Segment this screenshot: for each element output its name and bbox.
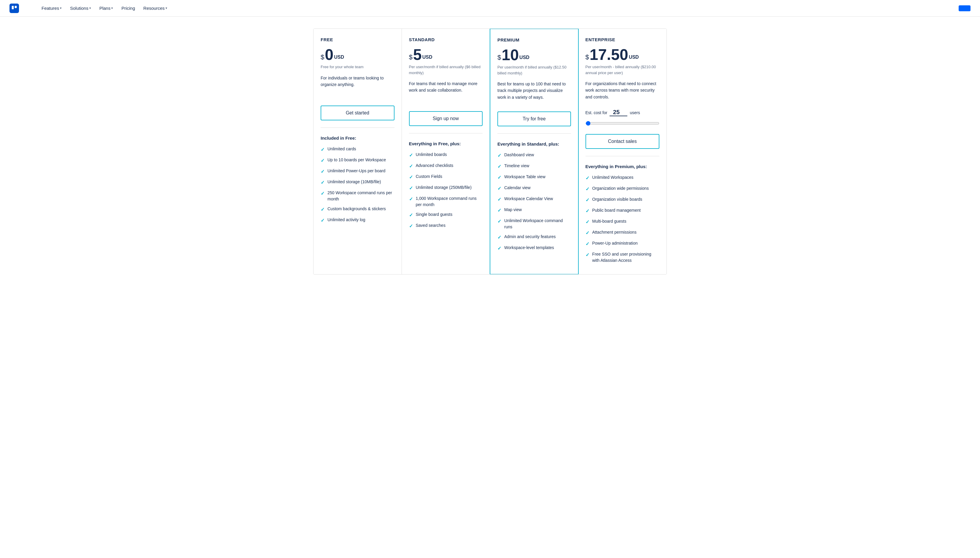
plan-desc-free: For individuals or teams looking to orga… xyxy=(321,75,394,98)
get-trello-button[interactable] xyxy=(959,5,970,11)
feature-text: Unlimited storage (250MB/file) xyxy=(416,184,472,190)
nav-left: Features▾Solutions▾Plans▾PricingResource… xyxy=(10,0,181,16)
feature-item: ✓Workspace Calendar View xyxy=(497,196,571,203)
plan-cta-button-premium[interactable]: Try for free xyxy=(497,112,571,126)
nav-link-plans[interactable]: Plans▾ xyxy=(96,3,117,13)
plan-name-standard: STANDARD xyxy=(409,37,483,42)
check-icon: ✓ xyxy=(586,218,589,226)
nav-link-solutions[interactable]: Solutions▾ xyxy=(66,3,95,13)
check-icon: ✓ xyxy=(321,206,325,213)
feature-text: Dashboard view xyxy=(504,152,534,158)
check-icon: ✓ xyxy=(497,163,501,170)
check-icon: ✓ xyxy=(586,185,589,193)
chevron-down-icon: ▾ xyxy=(111,6,113,10)
logo-icon xyxy=(10,3,19,13)
feature-text: Free SSO and user provisioning with Atla… xyxy=(592,251,660,264)
plan-col-standard: STANDARD$5USDPer user/month if billed an… xyxy=(402,29,490,274)
nav-link-pricing[interactable]: Pricing xyxy=(118,3,138,13)
navbar: Features▾Solutions▾Plans▾PricingResource… xyxy=(0,0,980,16)
plan-billing-enterprise: Per user/month - billed annually ($210.0… xyxy=(586,64,660,75)
check-icon: ✓ xyxy=(321,190,325,197)
feature-item: ✓Dashboard view xyxy=(497,152,571,159)
check-icon: ✓ xyxy=(586,240,589,248)
feature-item: ✓Attachment permissions xyxy=(586,229,660,236)
enterprise-calc-label: Est. cost forusers xyxy=(586,109,660,116)
feature-text: 1,000 Workspace command runs per month xyxy=(416,195,483,208)
price-dollar-free: $ xyxy=(321,52,324,62)
login-link[interactable] xyxy=(947,6,954,11)
plan-col-premium: PREMIUM$10USDPer user/month if billed an… xyxy=(490,28,579,274)
plan-header-premium: PREMIUM$10USDPer user/month if billed an… xyxy=(490,29,578,112)
plan-header-free: FREE$0USDFree for your whole teamFor ind… xyxy=(314,29,402,105)
plan-col-enterprise: ENTERPRISE$17.50USDPer user/month - bill… xyxy=(578,29,667,274)
plan-cta-button-standard[interactable]: Sign up now xyxy=(409,111,483,126)
price-usd-free: USD xyxy=(334,52,344,62)
nav-link-resources[interactable]: Resources▾ xyxy=(140,3,171,13)
check-icon: ✓ xyxy=(497,245,501,252)
feature-text: Unlimited Workspaces xyxy=(592,174,634,181)
feature-item: ✓Timeline view xyxy=(497,163,571,170)
feature-text: Calendar view xyxy=(504,185,531,191)
price-usd-standard: USD xyxy=(422,52,432,62)
plan-billing-free: Free for your whole team xyxy=(321,64,394,70)
chevron-down-icon: ▾ xyxy=(60,6,62,10)
feature-item: ✓Calendar view xyxy=(497,185,571,192)
feature-item: ✓Unlimited activity log xyxy=(321,217,394,224)
feature-item: ✓Custom backgrounds & stickers xyxy=(321,206,394,213)
check-icon: ✓ xyxy=(409,212,413,219)
enterprise-users-slider[interactable] xyxy=(586,121,660,126)
check-icon: ✓ xyxy=(497,185,501,192)
check-icon: ✓ xyxy=(409,174,413,181)
logo[interactable] xyxy=(10,3,21,13)
chevron-down-icon: ▾ xyxy=(166,6,167,10)
check-icon: ✓ xyxy=(409,163,413,170)
check-icon: ✓ xyxy=(321,217,325,224)
trello-logo-svg xyxy=(11,5,17,11)
plan-header-standard: STANDARD$5USDPer user/month if billed an… xyxy=(402,29,490,111)
feature-item: ✓Public board management xyxy=(586,207,660,215)
pricing-grid: FREE$0USDFree for your whole teamFor ind… xyxy=(313,28,667,274)
features-title-standard: Everything in Free, plus: xyxy=(409,141,483,147)
svg-rect-0 xyxy=(12,6,14,9)
check-icon: ✓ xyxy=(586,208,589,215)
plan-cta-button-enterprise[interactable]: Contact sales xyxy=(586,134,660,149)
feature-item: ✓1,000 Workspace command runs per month xyxy=(409,195,483,208)
main-content: FREE$0USDFree for your whole teamFor ind… xyxy=(306,16,674,286)
feature-item: ✓Up to 10 boards per Workspace xyxy=(321,157,394,164)
enterprise-users-input[interactable] xyxy=(609,109,627,116)
feature-text: Unlimited storage (10MB/file) xyxy=(327,179,381,185)
feature-item: ✓Unlimited Workspace command runs xyxy=(497,218,571,230)
feature-text: Map view xyxy=(504,207,522,213)
feature-item: ✓Admin and security features xyxy=(497,234,571,241)
check-icon: ✓ xyxy=(586,251,589,259)
feature-text: Unlimited Workspace command runs xyxy=(504,218,571,230)
feature-text: Public board management xyxy=(592,207,641,213)
nav-right xyxy=(947,5,970,11)
feature-text: Single board guests xyxy=(416,212,453,218)
feature-item: ✓Saved searches xyxy=(409,222,483,230)
feature-item: ✓Unlimited boards xyxy=(409,151,483,159)
plan-cta-premium: Try for free xyxy=(490,112,578,133)
plan-name-free: FREE xyxy=(321,37,394,42)
check-icon: ✓ xyxy=(497,152,501,159)
feature-text: Workspace-level templates xyxy=(504,245,554,251)
feature-text: Up to 10 boards per Workspace xyxy=(327,157,386,163)
price-amount-standard: 5 xyxy=(413,47,422,62)
plan-price-premium: $10USD xyxy=(497,47,571,62)
plan-cta-button-free[interactable]: Get started xyxy=(321,105,394,120)
feature-text: Unlimited Power-Ups per board xyxy=(327,168,385,174)
check-icon: ✓ xyxy=(321,157,325,164)
feature-item: ✓Unlimited storage (250MB/file) xyxy=(409,184,483,192)
check-icon: ✓ xyxy=(586,175,589,182)
check-icon: ✓ xyxy=(497,196,501,203)
nav-link-features[interactable]: Features▾ xyxy=(38,3,65,13)
plan-features-enterprise: Everything in Premium, plus:✓Unlimited W… xyxy=(578,156,667,274)
feature-item: ✓Unlimited Workspaces xyxy=(586,174,660,182)
chevron-down-icon: ▾ xyxy=(89,6,91,10)
feature-text: Power-Up administration xyxy=(592,240,638,246)
plan-cta-enterprise: Contact sales xyxy=(578,134,667,156)
feature-text: 250 Workspace command runs per month xyxy=(327,190,394,202)
plan-price-standard: $5USD xyxy=(409,47,483,62)
check-icon: ✓ xyxy=(497,174,501,181)
plan-billing-premium: Per user/month if billed annually ($12.5… xyxy=(497,64,571,76)
